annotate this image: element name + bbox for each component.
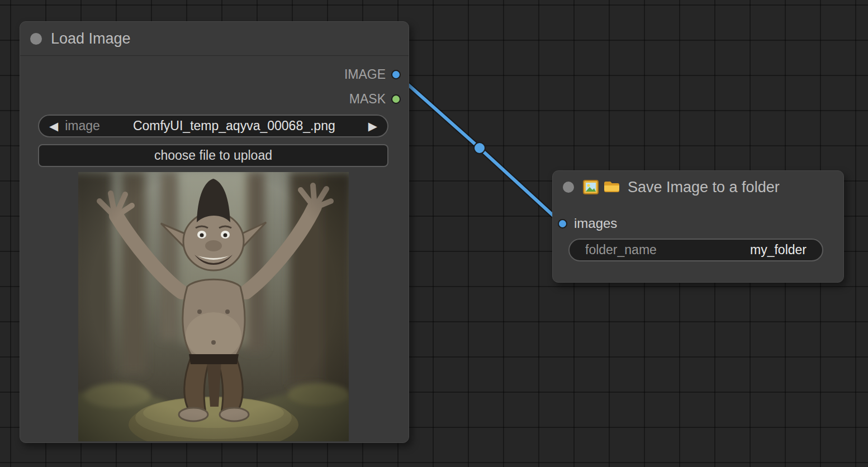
combo-left-arrow-icon[interactable]: ◀ bbox=[49, 120, 58, 133]
output-label-mask: MASK bbox=[349, 92, 386, 107]
output-row-image: IMAGE bbox=[344, 66, 401, 82]
node-editor-canvas[interactable]: { "canvas": { "background": "#262626", "… bbox=[0, 0, 868, 467]
output-row-mask: MASK bbox=[349, 91, 401, 107]
widget-value: my_folder bbox=[750, 242, 807, 258]
combo-value: ComfyUI_temp_aqyva_00068_.png bbox=[100, 118, 368, 134]
link-midpoint-dot[interactable] bbox=[474, 142, 485, 154]
link-wire bbox=[395, 73, 561, 222]
output-label-image: IMAGE bbox=[344, 67, 386, 82]
widget-name: folder_name bbox=[585, 242, 657, 258]
save-node-header[interactable]: Save Image to a folder bbox=[553, 171, 843, 203]
framed-picture-icon bbox=[583, 180, 599, 194]
load-image-node[interactable]: Load Image IMAGE MASK ◀ image ComfyUI_te… bbox=[20, 21, 409, 443]
node-title: Load Image bbox=[51, 30, 131, 47]
output-port-image[interactable] bbox=[391, 70, 401, 79]
combo-name: image bbox=[65, 118, 100, 134]
folder-name-widget[interactable]: folder_name my_folder bbox=[568, 239, 823, 261]
save-image-node[interactable]: Save Image to a folder images folder_nam… bbox=[552, 170, 844, 283]
upload-button[interactable]: choose file to upload bbox=[38, 144, 388, 167]
collapse-dot-icon[interactable] bbox=[563, 182, 574, 193]
folder-icon bbox=[603, 180, 620, 194]
collapse-dot-icon[interactable] bbox=[30, 33, 42, 45]
load-image-node-header[interactable]: Load Image bbox=[20, 22, 409, 56]
input-row-images: images bbox=[558, 216, 617, 231]
image-combo-widget[interactable]: ◀ image ComfyUI_temp_aqyva_00068_.png ▶ bbox=[38, 115, 388, 137]
output-port-mask[interactable] bbox=[391, 94, 401, 104]
link-wire-outline bbox=[395, 73, 561, 222]
node-title: Save Image to a folder bbox=[628, 179, 780, 196]
input-label-images: images bbox=[574, 216, 617, 231]
input-port-images[interactable] bbox=[558, 219, 567, 228]
preview-image bbox=[78, 172, 349, 441]
combo-right-arrow-icon[interactable]: ▶ bbox=[368, 120, 377, 133]
